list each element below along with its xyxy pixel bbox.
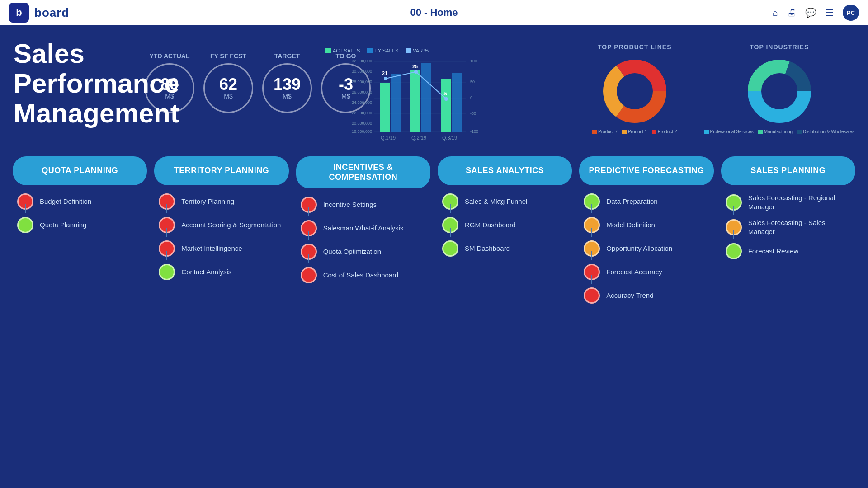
list-item[interactable]: Contact Analysis	[159, 260, 231, 284]
metric-label: TARGET	[274, 52, 300, 60]
item-label: Model Definition	[606, 221, 655, 230]
home-icon[interactable]: ⌂	[773, 8, 778, 18]
print-icon[interactable]: 🖨	[787, 8, 796, 18]
legend-py-sales: PY SALES	[367, 48, 398, 53]
item-label: Contact Analysis	[181, 267, 231, 277]
svg-point-26	[444, 97, 448, 101]
main-content: Sales Performance Management YTD ACTUAL …	[0, 25, 868, 488]
sections-row: QUOTA PLANNINGBudget DefinitionQuota Pla…	[0, 156, 868, 479]
list-item[interactable]: Market Intellingence	[159, 237, 242, 260]
svg-text:21: 21	[382, 70, 387, 76]
metric-value: 62	[219, 76, 237, 93]
item-label: Market Intellingence	[181, 244, 242, 253]
list-item[interactable]: Incentive Settings	[301, 193, 377, 216]
section-header-quota-planning[interactable]: QUOTA PLANNING	[13, 156, 147, 185]
svg-text:-100: -100	[470, 129, 478, 134]
bar-chart-area: ACT SALES PY SALES VAR % 32,000,000 30,0…	[326, 48, 488, 147]
section-items-quota-planning: Budget DefinitionQuota Planning	[13, 185, 147, 237]
list-item[interactable]: Budget Definition	[17, 190, 91, 213]
svg-point-25	[414, 70, 418, 74]
dot-green	[726, 243, 742, 259]
list-item[interactable]: Cost of Sales Dashboard	[301, 263, 399, 287]
list-item[interactable]: Opportunity Allocation	[584, 237, 672, 260]
legend-act-sales: ACT SALES	[326, 48, 360, 53]
section-items-territory-planning: Territory PlanningAccount Scoring & Segm…	[154, 185, 288, 284]
list-item[interactable]: Sales & Mktg Funnel	[442, 190, 527, 213]
brand-logo: board	[34, 6, 69, 20]
metric-fy-sf-fcst: FY SF FCST 62 M$	[203, 52, 253, 113]
list-item[interactable]: SM Dashboard	[442, 237, 510, 260]
section-col-quota-planning: QUOTA PLANNINGBudget DefinitionQuota Pla…	[9, 156, 151, 479]
list-item[interactable]: Territory Planning	[159, 190, 234, 213]
section-header-territory-planning[interactable]: TERRITORY PLANNING	[154, 156, 288, 185]
section-header-sales-planning[interactable]: SALES PLANNING	[721, 156, 855, 185]
dot-green	[17, 217, 33, 233]
dot-red	[301, 267, 317, 283]
metric-unit: M$	[283, 93, 291, 100]
list-item[interactable]: Forecast Review	[726, 239, 799, 263]
item-label: Budget Definition	[40, 197, 91, 206]
legend-var: VAR %	[406, 48, 429, 53]
brand-name: board	[34, 6, 69, 20]
svg-point-24	[384, 77, 387, 80]
chat-icon[interactable]: 💬	[805, 7, 816, 18]
metric-value: 139	[274, 76, 301, 93]
list-item[interactable]: Account Scoring & Segmentation	[159, 213, 281, 237]
list-item[interactable]: Salesman What-if Analysis	[301, 216, 404, 240]
item-label: Opportunity Allocation	[606, 244, 672, 253]
svg-text:26,000,000: 26,000,000	[352, 90, 372, 94]
list-item[interactable]: Sales Forecasting - Regional Manager	[726, 190, 851, 215]
section-header-incentives-compensation[interactable]: INCENTIVES & COMPENSATION	[296, 156, 430, 188]
svg-text:18,000,000: 18,000,000	[352, 129, 372, 134]
section-col-sales-analytics: SALES ANALYTICSSales & Mktg FunnelRGM Da…	[434, 156, 576, 479]
item-label: Forecast Review	[748, 247, 799, 256]
metric-unit: M$	[224, 93, 232, 100]
metric-label: YTD ACTUAL	[150, 52, 190, 60]
bar-chart-svg: 32,000,000 30,000,000 28,000,000 26,000,…	[326, 56, 488, 142]
list-item[interactable]: Quota Optimization	[301, 240, 381, 263]
top-charts: TOP PRODUCT LINES Product 7 Product 1	[592, 43, 854, 134]
item-label: Account Scoring & Segmentation	[181, 221, 281, 230]
svg-text:Q.2/19: Q.2/19	[411, 135, 426, 141]
section-items-incentives-compensation: Incentive SettingsSalesman What-if Analy…	[296, 188, 430, 287]
dot-green	[442, 240, 458, 257]
item-label: Quota Optimization	[323, 247, 381, 256]
item-label: Territory Planning	[181, 197, 234, 206]
list-item[interactable]: Data Preparation	[584, 190, 657, 213]
list-item[interactable]: Accuracy Trend	[584, 284, 653, 307]
item-label: Incentive Settings	[323, 200, 377, 209]
page-title: 00 - Home	[410, 7, 458, 19]
menu-icon[interactable]: ☰	[826, 7, 834, 18]
list-item[interactable]: Model Definition	[584, 213, 655, 237]
product-lines-title: TOP PRODUCT LINES	[598, 43, 672, 51]
item-label: Quota Planning	[40, 221, 86, 230]
section-header-predictive-forecasting[interactable]: PREDICTIVE FORECASTING	[579, 156, 713, 185]
item-label: Forecast Accuracy	[606, 267, 662, 277]
list-item[interactable]: Sales Forecasting - Sales Manager	[726, 215, 851, 239]
svg-text:100: 100	[470, 59, 477, 63]
section-col-predictive-forecasting: PREDICTIVE FORECASTINGData PreparationMo…	[576, 156, 717, 479]
section-items-predictive-forecasting: Data PreparationModel DefinitionOpportun…	[579, 185, 713, 307]
svg-text:32,000,000: 32,000,000	[352, 59, 372, 63]
svg-text:25: 25	[412, 64, 418, 69]
item-label: Sales Forecasting - Regional Manager	[748, 193, 851, 211]
list-item[interactable]: RGM Dashboard	[442, 213, 516, 237]
section-items-sales-analytics: Sales & Mktg FunnelRGM DashboardSM Dashb…	[438, 185, 572, 260]
metric-unit: M$	[165, 93, 174, 100]
logo-b-icon: b	[9, 3, 29, 23]
dot-green	[159, 264, 175, 280]
avatar[interactable]: PC	[843, 5, 859, 21]
svg-rect-22	[441, 79, 451, 132]
item-label: Accuracy Trend	[606, 291, 653, 300]
metric-target: TARGET 139 M$	[262, 52, 312, 113]
industries-title: TOP INDUSTRIES	[750, 43, 809, 51]
list-item[interactable]: Quota Planning	[17, 213, 86, 237]
section-header-sales-analytics[interactable]: SALES ANALYTICS	[438, 156, 572, 185]
svg-rect-21	[421, 63, 431, 132]
section-col-territory-planning: TERRITORY PLANNINGTerritory PlanningAcco…	[151, 156, 292, 479]
item-label: Salesman What-if Analysis	[323, 224, 404, 233]
list-item[interactable]: Forecast Accuracy	[584, 260, 662, 284]
item-label: Sales & Mktg Funnel	[465, 197, 527, 206]
product-lines-donut	[599, 55, 671, 127]
topbar-actions: ⌂ 🖨 💬 ☰ PC	[773, 5, 859, 21]
